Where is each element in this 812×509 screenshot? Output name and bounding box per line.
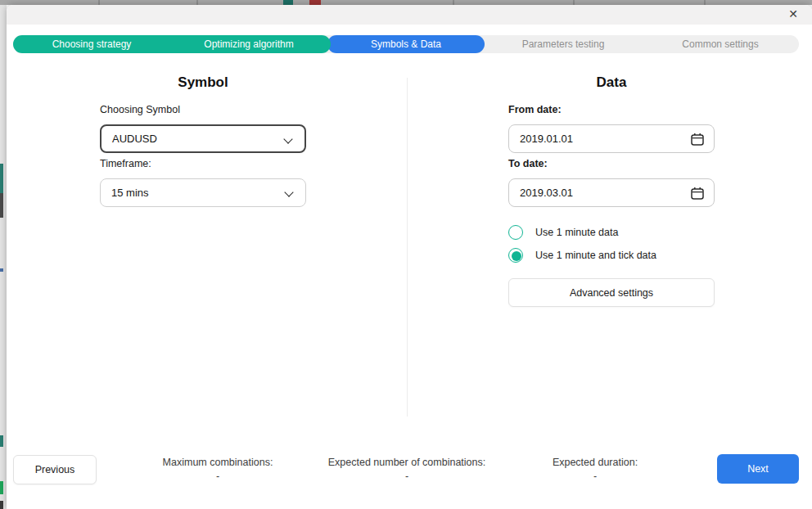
radio-use-1-minute-and-tick-data[interactable]: Use 1 minute and tick data xyxy=(508,247,656,264)
advanced-settings-button[interactable]: Advanced settings xyxy=(508,278,715,307)
tab-symbols-and-data[interactable]: Symbols & Data xyxy=(327,35,485,53)
stat-label: Maximum combinations: xyxy=(120,456,316,470)
radio-label: Use 1 minute and tick data xyxy=(535,250,656,261)
from-date-value: 2019.01.01 xyxy=(520,133,573,145)
bg-mark xyxy=(0,481,3,494)
data-section-title: Data xyxy=(508,74,715,91)
chevron-down-icon xyxy=(283,134,292,143)
previous-button[interactable]: Previous xyxy=(13,455,97,484)
to-date-input[interactable]: 2019.03.01 xyxy=(508,178,715,207)
calendar-icon[interactable] xyxy=(689,131,706,147)
chevron-down-icon xyxy=(284,187,293,196)
symbol-select[interactable]: AUDUSD xyxy=(100,124,306,153)
tab-choosing-strategy[interactable]: Choosing strategy xyxy=(13,35,170,53)
bg-mark xyxy=(0,164,3,193)
optimizer-wizard-dialog: ✕ Choosing strategy Optimizing algorithm… xyxy=(7,5,812,509)
tab-parameters-testing[interactable]: Parameters testing xyxy=(485,35,642,53)
choosing-symbol-label: Choosing Symbol xyxy=(100,104,180,115)
stat-maximum-combinations: Maximum combinations: - xyxy=(120,456,316,484)
stat-value: - xyxy=(309,470,505,484)
symbol-select-value: AUDUSD xyxy=(112,133,157,145)
from-date-input[interactable]: 2019.01.01 xyxy=(508,124,715,153)
tab-labels-row: Choosing strategy Optimizing algorithm S… xyxy=(13,35,799,53)
bg-mark xyxy=(0,268,3,272)
close-icon[interactable]: ✕ xyxy=(783,5,804,25)
timeframe-select-value: 15 mins xyxy=(111,187,149,199)
screen: ✕ Choosing strategy Optimizing algorithm… xyxy=(0,0,812,509)
tab-common-settings[interactable]: Common settings xyxy=(642,35,799,53)
timeframe-label: Timeframe: xyxy=(100,158,151,169)
radio-label: Use 1 minute data xyxy=(535,227,618,238)
tab-optimizing-algorithm[interactable]: Optimizing algorithm xyxy=(170,35,327,53)
to-date-label: To date: xyxy=(508,158,548,169)
stat-expected-duration: Expected duration: - xyxy=(497,456,693,484)
bg-mark xyxy=(0,193,3,218)
from-date-label: From date: xyxy=(508,104,562,115)
radio-circle-icon xyxy=(508,225,523,240)
next-button[interactable]: Next xyxy=(717,454,799,484)
calendar-icon[interactable] xyxy=(689,185,706,201)
background-app-left-strip xyxy=(0,5,7,509)
radio-use-1-minute-data[interactable]: Use 1 minute data xyxy=(508,224,618,241)
dialog-titlebar: ✕ xyxy=(7,5,812,25)
timeframe-select[interactable]: 15 mins xyxy=(100,178,306,207)
to-date-value: 2019.03.01 xyxy=(520,187,573,199)
stat-label: Expected duration: xyxy=(497,456,693,470)
bg-mark xyxy=(0,435,3,447)
stat-expected-combinations: Expected number of combinations: - xyxy=(309,456,505,484)
column-divider xyxy=(407,78,408,417)
stat-label: Expected number of combinations: xyxy=(309,456,505,470)
stat-value: - xyxy=(497,470,693,484)
stat-value: - xyxy=(120,470,316,484)
wizard-progress-tabbar: Choosing strategy Optimizing algorithm S… xyxy=(13,35,799,53)
bg-mark xyxy=(0,501,3,509)
radio-circle-icon xyxy=(508,248,523,263)
symbol-section-title: Symbol xyxy=(100,74,306,91)
